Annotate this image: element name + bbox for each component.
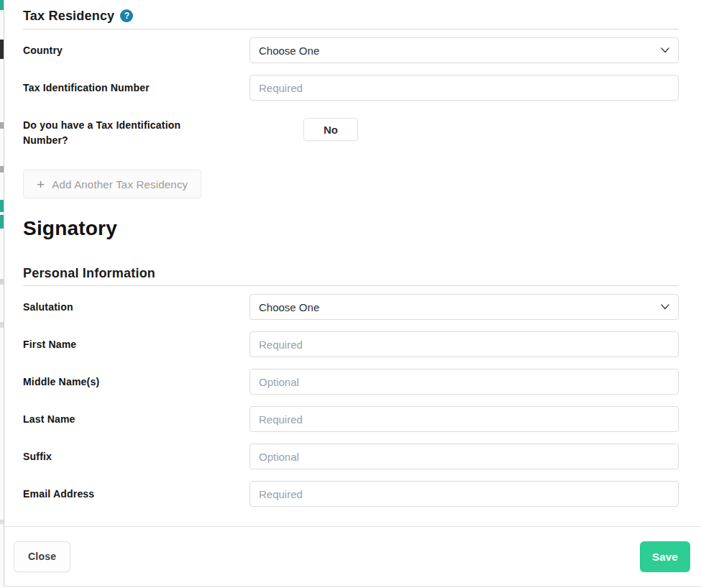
- divider: [23, 285, 679, 286]
- form-content: Tax Residency ? Country Choose One Tax I…: [4, 0, 701, 526]
- has-tin-toggle-button[interactable]: No: [303, 118, 358, 141]
- first-name-input[interactable]: [249, 331, 679, 357]
- salutation-field: Choose One: [249, 294, 679, 320]
- personal-information-title: Personal Information: [23, 266, 679, 281]
- middle-name-field: [249, 369, 679, 395]
- country-label: Country: [23, 37, 249, 63]
- email-input[interactable]: [249, 481, 679, 507]
- help-icon[interactable]: ?: [120, 9, 133, 22]
- middle-name-label: Middle Name(s): [23, 369, 249, 395]
- email-row: Email Address: [23, 481, 679, 507]
- signatory-title: Signatory: [23, 217, 679, 240]
- last-name-input[interactable]: [249, 406, 679, 432]
- tax-residency-header: Tax Residency ?: [23, 7, 679, 24]
- salutation-row: Salutation Choose One: [23, 294, 679, 320]
- last-name-field: [249, 406, 679, 432]
- form-modal: Tax Residency ? Country Choose One Tax I…: [4, 0, 701, 587]
- save-button[interactable]: Save: [640, 541, 690, 572]
- has-tin-field: No: [249, 112, 679, 148]
- first-name-row: First Name: [23, 331, 679, 357]
- country-select[interactable]: Choose One: [249, 37, 679, 63]
- add-tax-residency-button[interactable]: + Add Another Tax Residency: [23, 170, 201, 198]
- salutation-label: Salutation: [23, 294, 249, 320]
- suffix-label: Suffix: [23, 444, 249, 469]
- tax-residency-title: Tax Residency: [23, 9, 114, 24]
- tin-input[interactable]: [249, 75, 679, 101]
- middle-name-row: Middle Name(s): [23, 369, 679, 395]
- first-name-field: [249, 331, 679, 357]
- email-field: [249, 481, 679, 507]
- first-name-label: First Name: [23, 331, 249, 357]
- suffix-field: [249, 444, 679, 469]
- tin-label: Tax Identification Number: [23, 75, 249, 101]
- add-tax-residency-label: Add Another Tax Residency: [52, 178, 188, 190]
- tin-row: Tax Identification Number: [23, 75, 679, 101]
- has-tin-label: Do you have a Tax Identification Number?: [23, 112, 249, 148]
- plus-icon: +: [37, 178, 45, 191]
- tin-field: [249, 75, 679, 101]
- salutation-select[interactable]: Choose One: [249, 294, 679, 320]
- divider: [23, 29, 679, 29]
- has-tin-row: Do you have a Tax Identification Number?…: [23, 112, 679, 148]
- last-name-row: Last Name: [23, 406, 679, 432]
- country-row: Country Choose One: [23, 37, 679, 63]
- modal-footer: Close Save: [4, 526, 701, 586]
- suffix-row: Suffix: [23, 444, 679, 469]
- email-label: Email Address: [23, 481, 249, 507]
- suffix-input[interactable]: [249, 444, 679, 469]
- last-name-label: Last Name: [23, 406, 249, 432]
- country-field: Choose One: [249, 37, 679, 63]
- close-button[interactable]: Close: [14, 541, 70, 572]
- middle-name-input[interactable]: [249, 369, 679, 395]
